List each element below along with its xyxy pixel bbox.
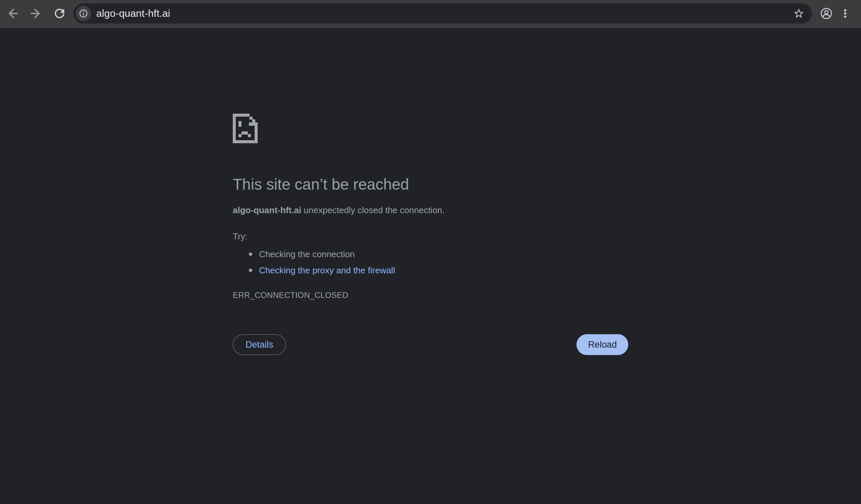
nav-button-group xyxy=(5,6,67,21)
details-button[interactable]: Details xyxy=(233,334,286,355)
page-title: This site can’t be reached xyxy=(233,176,628,193)
profile-icon xyxy=(820,7,833,20)
error-message-text: unexpectedly closed the connection. xyxy=(301,205,445,215)
error-domain: algo-quant-hft.ai xyxy=(233,205,301,215)
site-info-button[interactable] xyxy=(76,6,91,21)
menu-icon xyxy=(840,8,850,19)
suggestion-item: Checking the connection xyxy=(233,246,628,262)
site-info-icon xyxy=(79,9,88,18)
browser-toolbar: algo-quant-hft.ai xyxy=(0,0,861,28)
bookmark-button[interactable] xyxy=(791,6,807,21)
back-icon xyxy=(5,6,20,21)
error-code: ERR_CONNECTION_CLOSED xyxy=(233,291,628,300)
button-row: Details Reload xyxy=(233,334,628,355)
sad-file-icon xyxy=(233,114,258,143)
address-bar[interactable]: algo-quant-hft.ai xyxy=(73,3,812,24)
browser-menu-button[interactable] xyxy=(837,6,853,21)
reload-icon xyxy=(53,6,67,20)
back-button[interactable] xyxy=(5,6,20,21)
toolbar-right-group xyxy=(819,6,853,21)
reload-page-button[interactable]: Reload xyxy=(576,334,628,355)
reload-button-toolbar[interactable] xyxy=(52,6,67,21)
suggestion-list: Checking the connection Checking the pro… xyxy=(233,246,628,278)
suggestion-text: Checking the connection xyxy=(259,249,355,259)
suggestion-item: Checking the proxy and the firewall xyxy=(233,262,628,278)
proxy-firewall-link[interactable]: Checking the proxy and the firewall xyxy=(259,265,395,275)
error-page: This site can’t be reached algo-quant-hf… xyxy=(233,28,628,355)
bookmark-star-icon xyxy=(793,8,805,19)
error-message: algo-quant-hft.ai unexpectedly closed th… xyxy=(233,205,628,216)
forward-icon xyxy=(29,6,43,21)
profile-button[interactable] xyxy=(819,6,834,21)
try-label: Try: xyxy=(233,230,628,242)
url-text[interactable]: algo-quant-hft.ai xyxy=(96,8,791,19)
forward-button[interactable] xyxy=(28,6,44,21)
